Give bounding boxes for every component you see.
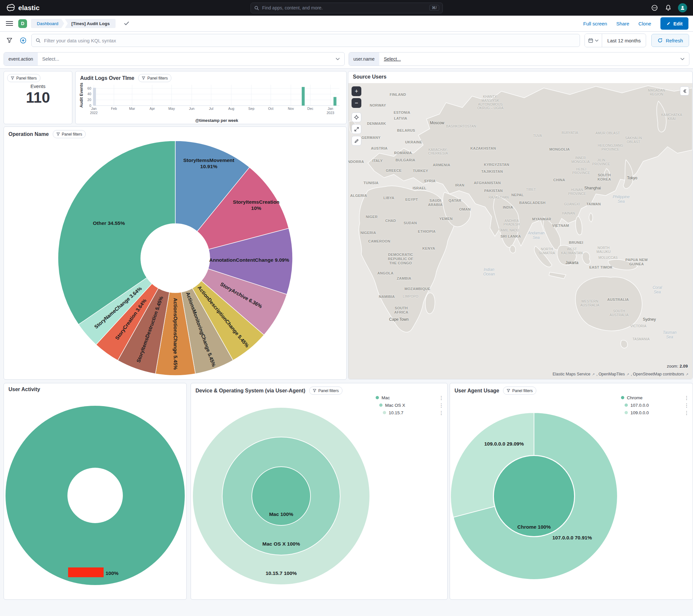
legend-label: 107.0.0.0 xyxy=(630,403,649,408)
map-label: SOUTH AFRICA xyxy=(394,306,408,314)
map-attribution-link[interactable]: Elastic Maps Service xyxy=(553,372,590,377)
legend-label: Mac xyxy=(381,396,390,400)
map-label: Tokyo xyxy=(627,176,637,180)
svg-text:Mac OS X 100%: Mac OS X 100% xyxy=(262,541,300,546)
panel-filters-badge[interactable]: Panel filters xyxy=(309,387,342,395)
legend-item-menu-button[interactable]: ⋮ xyxy=(438,403,445,408)
filter-icon xyxy=(507,389,510,392)
control-user-name[interactable]: user.name Select... xyxy=(349,52,690,66)
dashboard-controls: event.action Select... user.name Select.… xyxy=(0,49,693,69)
filter-icon xyxy=(142,76,145,80)
panel-filters-badge[interactable]: Panel filters xyxy=(7,74,40,82)
control-select-value[interactable]: Select... xyxy=(38,56,64,62)
panel-filters-label: Panel filters xyxy=(512,388,533,393)
map-label: UKRAINE xyxy=(405,140,422,144)
refresh-icon xyxy=(657,38,663,43)
legend-item-menu-button[interactable]: ⋮ xyxy=(438,410,445,415)
zoom-out-icon[interactable]: − xyxy=(352,98,361,108)
user-agent-legend: Chrome⋮107.0.0.0⋮109.0.0.0⋮ xyxy=(621,394,690,416)
map-label: TAMIL NADU xyxy=(499,229,519,232)
legend-color-dot xyxy=(376,396,379,399)
calendar-icon[interactable] xyxy=(585,34,602,47)
share-link[interactable]: Share xyxy=(616,21,629,26)
kql-input[interactable] xyxy=(43,37,576,44)
operation-name-donut-chart[interactable]: StoryItemsMovement10.91%StoryItemsCreati… xyxy=(4,139,346,378)
global-search-input[interactable] xyxy=(262,5,427,11)
help-icon[interactable] xyxy=(651,4,658,12)
map-label: ITALY xyxy=(372,158,382,162)
svg-text:Chrome 100%: Chrome 100% xyxy=(517,524,551,530)
chevron-down-icon[interactable] xyxy=(680,58,689,60)
space-avatar[interactable]: D xyxy=(18,19,27,28)
panel-title: Source Users xyxy=(353,74,387,80)
panel-filters-label: Panel filters xyxy=(16,76,37,80)
panel-title: Audit Logs Over TIme xyxy=(80,75,134,81)
legend-collapse-icon[interactable] xyxy=(680,86,689,96)
legend-item-menu-button[interactable]: ⋮ xyxy=(683,410,690,415)
events-metric-panel: Panel filters Events 110 xyxy=(4,71,72,124)
map-label: TURKEY xyxy=(413,169,428,173)
map-label: LIMPOPO xyxy=(403,295,418,299)
draw-tool-icon[interactable] xyxy=(352,136,361,146)
map-label: ROMANIA xyxy=(394,151,412,155)
map-attribution-link[interactable]: OpenMapTiles xyxy=(598,372,625,377)
panel-filters-badge[interactable]: Panel filters xyxy=(53,130,86,138)
map-label: ETHIOPIA xyxy=(418,229,436,233)
legend-label: Mac OS X xyxy=(385,403,405,408)
full-screen-link[interactable]: Full screen xyxy=(583,21,607,26)
svg-text:Aug: Aug xyxy=(228,107,234,111)
add-filter-icon[interactable] xyxy=(18,35,29,46)
saved-query-filter-icon[interactable] xyxy=(4,35,15,46)
legend-item[interactable]: Mac⋮ xyxy=(376,394,445,401)
map-label: DEMOCRATIC REPUBLIC OF THE CONGO xyxy=(388,253,413,265)
map-label: PAKISTAN xyxy=(484,188,503,193)
locate-crosshair-icon[interactable] xyxy=(352,112,361,122)
zoom-in-icon[interactable]: + xyxy=(352,86,361,96)
svg-text:Audit Events: Audit Events xyxy=(79,83,84,108)
svg-text:Feb: Feb xyxy=(111,107,117,111)
panel-filters-label: Panel filters xyxy=(62,132,82,137)
refresh-button[interactable]: Refresh xyxy=(651,34,689,47)
map-label: MAGADAN REGION xyxy=(648,89,665,96)
panel-filters-badge[interactable]: Panel filters xyxy=(503,387,536,395)
legend-item[interactable]: 10.15.7⋮ xyxy=(376,409,445,416)
legend-item[interactable]: Mac OS X⋮ xyxy=(376,402,445,408)
time-range-value[interactable]: Last 12 months xyxy=(602,38,646,43)
legend-item-menu-button[interactable]: ⋮ xyxy=(438,396,445,400)
user-avatar[interactable] xyxy=(678,3,687,13)
user-activity-donut-chart[interactable]: 100% xyxy=(4,383,186,599)
svg-text:Jan2023: Jan2023 xyxy=(326,107,334,115)
expand-fullscreen-icon[interactable] xyxy=(352,124,361,134)
kql-search-box[interactable] xyxy=(31,34,580,47)
map-attribution-link[interactable]: OpenStreetMap contributors xyxy=(633,372,684,377)
map-label: RAJASTHAN xyxy=(489,196,509,199)
legend-color-dot xyxy=(383,411,386,414)
clone-link[interactable]: Clone xyxy=(638,21,651,26)
breadcrumb-page-title[interactable]: [Tines] Audit Logs xyxy=(65,19,116,28)
control-event-action[interactable]: event.action Select... xyxy=(4,52,345,66)
global-header: elastic ⌘/ xyxy=(0,0,693,16)
app-navbar: D Dashboard [Tines] Audit Logs Full scre… xyxy=(0,16,693,32)
legend-item[interactable]: 109.0.0.0⋮ xyxy=(621,409,690,416)
elastic-brand[interactable]: elastic xyxy=(6,3,39,13)
audit-logs-histogram[interactable]: 0204060Jan2022FebMarAprMayJunJulAugSepOc… xyxy=(79,82,342,124)
chevron-down-icon[interactable] xyxy=(336,58,344,60)
menu-hamburger-icon[interactable] xyxy=(4,19,14,28)
map-label: KAZAKHSTAN xyxy=(471,146,496,150)
edit-button[interactable]: Edit xyxy=(660,17,689,30)
world-map[interactable]: FINLANDNORWAYKHANTY- MANSIYSK AUTONOMOUS… xyxy=(348,83,692,379)
global-search[interactable]: ⌘/ xyxy=(251,3,443,13)
notifications-bell-icon[interactable] xyxy=(664,4,672,12)
legend-item-menu-button[interactable]: ⋮ xyxy=(683,403,690,408)
breadcrumb-dashboard[interactable]: Dashboard xyxy=(31,19,64,28)
map-label: KYRGYZSTAN xyxy=(484,162,509,167)
check-icon[interactable] xyxy=(122,21,131,26)
legend-item-menu-button[interactable]: ⋮ xyxy=(683,396,690,400)
map-label: TIBET xyxy=(526,188,536,192)
control-select-value[interactable]: Select... xyxy=(379,56,405,62)
panel-filters-badge[interactable]: Panel filters xyxy=(138,74,171,82)
legend-item[interactable]: Chrome⋮ xyxy=(621,394,690,401)
svg-text:Mar: Mar xyxy=(129,107,135,111)
map-label: ARMENIA xyxy=(433,162,450,167)
legend-item[interactable]: 107.0.0.0⋮ xyxy=(621,402,690,408)
